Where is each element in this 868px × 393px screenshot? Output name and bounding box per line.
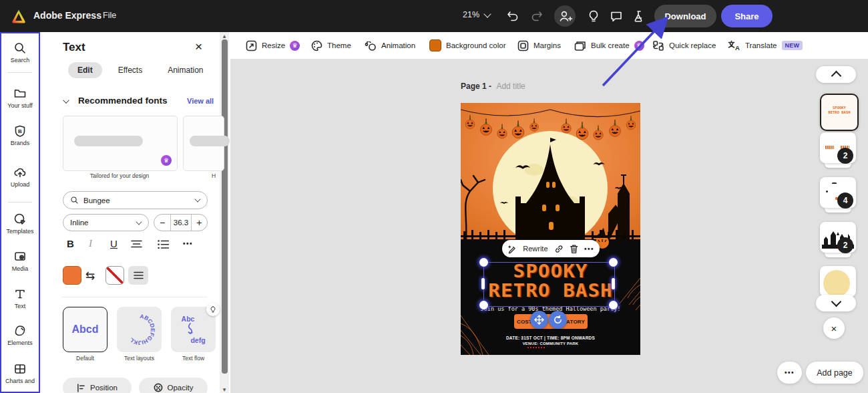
sidebar-item-media[interactable]: Media [1,250,39,272]
scroll-down-icon[interactable]: ▼ [220,387,229,392]
italic-button[interactable]: I [89,238,92,249]
search-icon [70,196,79,205]
spacing-button[interactable] [128,266,148,285]
font-size-stepper: − 36.3 + [154,214,208,231]
style-card-default[interactable]: Abcd [63,307,107,352]
sidebar-item-upload[interactable]: Upload [1,166,39,188]
pages-scroll-down-button[interactable] [816,295,856,311]
tab-edit[interactable]: Edit [68,62,102,78]
bulk-create-button[interactable]: Bulk create ♛ [574,32,644,59]
selection-handle-top-right[interactable] [609,258,618,267]
rewrite-magic-pen-icon[interactable] [507,244,517,254]
undo-button[interactable] [505,9,520,23]
panel-scrollbar[interactable]: ▲ ▼ [220,32,229,393]
list-button[interactable] [158,240,169,249]
translate-button[interactable]: A Translate NEW [728,32,803,59]
section-collapse-icon[interactable] [63,97,69,104]
underline-button[interactable]: U [110,238,118,249]
style-card-text-flow[interactable]: Abc defg [171,307,216,352]
page-thumbnail-1-selected[interactable]: SPOOKY RETRO BASH [820,94,859,131]
comments-icon[interactable] [609,9,624,23]
page-label: Page 1 - [461,82,491,91]
add-page-button[interactable]: Add page [806,362,863,384]
close-pages-panel-button[interactable]: × [823,317,845,339]
style-card-label: Text flow [171,355,216,362]
sidebar-item-charts[interactable]: Charts and [1,362,39,384]
beta-flask-icon[interactable] [632,9,646,23]
font-family-picker[interactable]: Bungee [63,191,208,209]
tab-animation[interactable]: Animation [158,62,212,78]
selection-handle-right[interactable] [612,278,615,289]
assistant-lightbulb-icon[interactable] [586,9,601,23]
sidebar-item-your-stuff[interactable]: Your stuff [1,87,39,109]
increase-size-button[interactable]: + [192,217,207,228]
file-menu[interactable]: File [103,11,116,20]
upload-cloud-icon [13,166,27,179]
recommended-fonts-heading: Recommended fonts [78,96,168,106]
canvas-toolbar: Resize ♛ Theme Animation Background colo… [230,32,868,59]
decrease-size-button[interactable]: − [154,217,170,228]
sidebar-item-search[interactable]: Search [1,41,39,63]
rotate-handle[interactable] [549,311,567,329]
rewrite-label[interactable]: Rewrite [523,245,548,253]
circular-text-preview: ABCDEFGHIJKL [122,312,157,347]
poster-venue[interactable]: VENUE: COMMUNITY PARK [461,342,640,346]
zoom-control[interactable]: 21% [463,10,490,19]
default-preview: Abcd [72,323,99,336]
animation-button[interactable]: Animation [365,32,415,59]
resize-button[interactable]: Resize ♛ [246,32,300,59]
font-card-caption: H [207,172,220,179]
page-title-placeholder[interactable]: Add title [496,82,525,91]
download-button[interactable]: Download [654,5,716,27]
delete-trash-icon[interactable] [570,244,578,254]
selection-handle-left[interactable] [481,278,485,289]
view-all-link[interactable]: View all [187,97,214,105]
theme-button[interactable]: Theme [311,32,351,59]
scroll-up-icon[interactable]: ▲ [220,33,229,38]
sidebar-item-text[interactable]: Text [1,287,39,309]
opacity-button[interactable]: Opacity [139,378,208,393]
style-card-text-layouts[interactable]: ABCDEFGHIJKL [117,307,162,352]
font-suggestion-card[interactable] [183,116,224,171]
thumb-text-mark [825,146,834,149]
redo-button[interactable] [529,9,544,23]
page-thumbnail-5[interactable] [820,266,856,297]
more-formatting-button[interactable]: ••• [183,240,193,247]
selection-handle-bottom-right[interactable] [609,301,618,309]
no-color-swatch[interactable] [105,266,124,285]
panel-scrollbar-thumb[interactable] [222,39,228,374]
font-suggestion-card[interactable]: ♛ [63,116,178,171]
move-handle[interactable] [530,311,548,329]
page-count-badge: 2 [837,237,853,253]
text-color-swatch[interactable] [63,266,81,285]
brand-shield-icon: B [13,124,27,138]
font-size-value[interactable]: 36.3 [170,215,192,231]
sidebar-item-templates[interactable]: Templates [1,213,39,235]
link-icon[interactable] [554,244,564,254]
selection-handle-bottom-left[interactable] [479,301,488,309]
page-options-button[interactable]: ••• [777,362,802,384]
pages-scroll-up-button[interactable] [816,66,856,83]
text-align-button[interactable] [131,240,142,249]
background-color-button[interactable]: Background color [429,32,506,59]
selection-handle-top-left[interactable] [479,258,488,267]
adobe-express-logo-icon[interactable] [11,8,27,24]
position-button[interactable]: Position [63,378,132,393]
tab-effects[interactable]: Effects [109,62,152,78]
style-card-label: Default [63,355,107,362]
left-sidebar: Search Your stuff B Brands Upload Templa… [0,32,40,393]
more-options-button[interactable]: ••• [584,245,594,253]
sidebar-item-brands[interactable]: B Brands [1,124,39,146]
close-panel-icon[interactable]: × [195,39,202,54]
text-selection-box[interactable] [483,262,615,307]
share-button[interactable]: Share [721,5,773,27]
app-title: Adobe Express [33,10,101,21]
invite-people-button[interactable] [554,5,576,27]
bold-button[interactable]: B [67,238,74,249]
poster-details[interactable]: DATE: 31ST OCT | TIME: 8PM ONWARDS [461,336,640,340]
margins-button[interactable]: Margins [517,32,561,59]
quick-replace-button[interactable]: Quick replace [652,32,716,59]
swap-colors-icon[interactable]: ⇆ [85,269,95,282]
sidebar-item-elements[interactable]: Elements [1,324,39,346]
font-style-dropdown[interactable]: Inline [63,214,149,231]
